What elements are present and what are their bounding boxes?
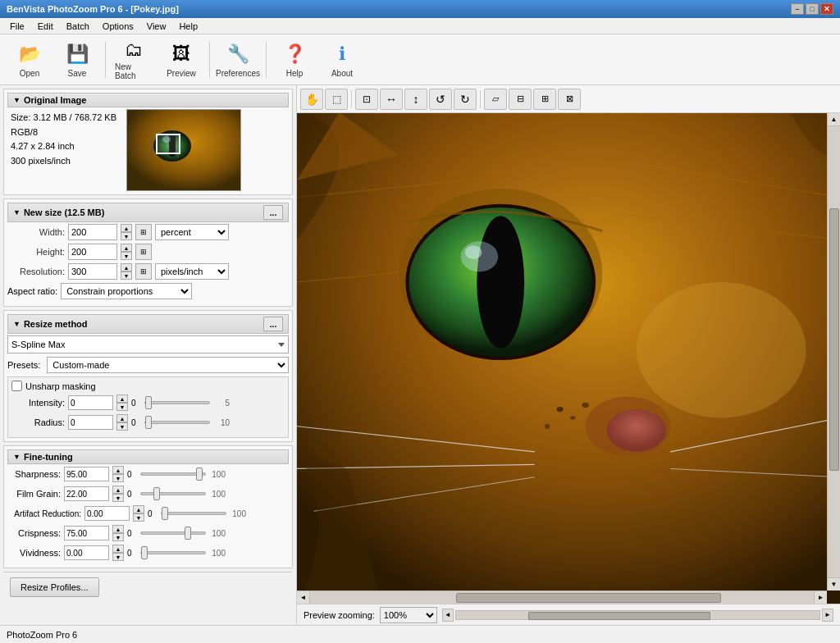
hscroll-thumb[interactable] [456,593,721,603]
width-input[interactable] [68,224,117,240]
resolution-unit-select[interactable]: pixels/inch pixels/cm [155,263,229,280]
radius-slider[interactable] [144,421,210,424]
new-size-options-button[interactable]: ... [263,205,283,220]
vividness-input[interactable] [64,545,109,560]
crispness-slider[interactable] [140,531,206,535]
width-down-button[interactable]: ▼ [121,232,132,240]
intensity-down-button[interactable]: ▼ [116,403,128,411]
unsharp-masking-checkbox[interactable] [11,381,22,391]
sharpness-up-button[interactable]: ▲ [112,466,124,474]
zoom-scroll-thumb[interactable] [528,612,710,620]
zoom-scroll-right-button[interactable]: ► [822,609,833,622]
height-up-button[interactable]: ▲ [121,244,132,252]
aspect-ratio-select[interactable]: Constrain proportions Free Custom [61,283,192,299]
pan-tool-button[interactable]: ✋ [300,89,323,110]
menu-file[interactable]: File [3,20,31,33]
resize-profiles-button[interactable]: Resize Profiles... [10,577,99,597]
resolution-up-button[interactable]: ▲ [121,263,132,271]
menu-edit[interactable]: Edit [31,20,60,33]
intensity-input[interactable] [68,395,113,410]
resize-method-header: ▼ Resize method ... [7,314,289,334]
rotate-l-button[interactable]: ↺ [429,89,452,110]
resize-options-button[interactable]: ... [263,317,283,331]
vscroll-down-button[interactable]: ▼ [828,577,840,591]
resolution-extra-button[interactable]: ⊞ [135,263,152,280]
film-grain-down-button[interactable]: ▼ [112,494,124,502]
maximize-button[interactable]: □ [806,3,819,15]
artifact-up-button[interactable]: ▲ [133,505,144,513]
close-button[interactable]: ✕ [820,3,833,15]
vividness-down-button[interactable]: ▼ [112,553,124,561]
zoom-scrollbar[interactable] [455,610,820,620]
menu-view[interactable]: View [140,20,173,33]
new-batch-button[interactable]: 🗂 New Batch [111,38,157,82]
artifact-slider[interactable] [161,512,226,515]
presets-select[interactable]: Custom-made Default Photo Artwork [47,357,289,373]
height-extra-button[interactable]: ⊞ [135,244,152,260]
film-grain-slider[interactable] [140,492,206,495]
preferences-button[interactable]: 🔧 Preferences [215,38,261,82]
intensity-slider[interactable] [144,401,210,404]
zoom-scroll-left-button[interactable]: ◄ [442,609,454,622]
preview-button[interactable]: 🖼 Preview [158,38,204,82]
menu-options[interactable]: Options [96,20,140,33]
artifact-input[interactable] [84,506,130,521]
move-v-button[interactable]: ↕ [404,89,427,110]
about-button[interactable]: ℹ About [319,38,365,82]
move-h-button[interactable]: ↔ [380,89,403,110]
film-grain-max: 100 [209,490,226,499]
crispness-up-button[interactable]: ▲ [112,525,124,533]
film-grain-up-button[interactable]: ▲ [112,486,124,494]
width-up-button[interactable]: ▲ [121,224,132,232]
resize-method-select[interactable]: S-Spline Max S-Spline Bicubic Lanczos Ne… [7,335,289,353]
width-unit-select[interactable]: percent pixels inch cm [155,224,229,240]
artifact-down-button[interactable]: ▼ [133,513,144,522]
preview-hscrollbar[interactable]: ◄ ► [297,591,827,604]
rotate-r-button[interactable]: ↻ [454,89,477,110]
file-size: Size: 3.12 MB / 768.72 KB [11,111,116,125]
hscroll-right-button[interactable]: ► [814,591,827,604]
save-button[interactable]: 💾 Save [54,38,100,82]
split-v-button[interactable]: ▱ [484,89,507,110]
height-input[interactable] [68,244,117,260]
height-down-button[interactable]: ▼ [121,252,132,260]
zoom-bar: Preview zooming: 100% 50% 200% Fit ◄ ► [297,604,840,625]
svg-point-15 [582,403,589,408]
resize-method-title: Resize method [24,319,88,329]
width-extra-button[interactable]: ⊞ [135,224,152,240]
preview-area[interactable]: ▲ ▼ ◄ ► [297,113,840,604]
select-tool-button[interactable]: ⬚ [325,89,348,110]
open-button[interactable]: 📂 Open [7,38,52,82]
menu-help[interactable]: Help [172,20,204,33]
compare-button[interactable]: ⊞ [533,89,556,110]
crispness-down-button[interactable]: ▼ [112,533,124,541]
vscroll-thumb[interactable] [829,208,839,471]
minimize-button[interactable]: – [791,3,804,15]
radius-input[interactable] [68,415,113,430]
preview-zoom-select[interactable]: 100% 50% 200% Fit [380,607,437,623]
film-grain-input[interactable] [64,486,109,501]
vividness-up-button[interactable]: ▲ [112,545,124,553]
artifact-label: Artifact Reduction: [7,509,81,518]
menu-batch[interactable]: Batch [60,20,96,33]
crispness-input[interactable] [64,526,109,540]
split-h-button[interactable]: ⊟ [509,89,532,110]
vscroll-up-button[interactable]: ▲ [828,113,840,126]
sharpness-input[interactable] [64,467,109,481]
fine-tuning-title: Fine-tuning [24,452,73,462]
crop-button[interactable]: ⊡ [355,89,378,110]
resolution-input[interactable] [68,263,117,280]
resolution-down-button[interactable]: ▼ [121,271,132,280]
radius-up-button[interactable]: ▲ [116,414,128,422]
about-label: About [331,69,353,78]
fit-button[interactable]: ⊠ [558,89,581,110]
vividness-slider[interactable] [140,551,206,554]
radius-down-button[interactable]: ▼ [116,422,128,431]
sharpness-down-button[interactable]: ▼ [112,474,124,482]
hscroll-left-button[interactable]: ◄ [297,591,310,604]
preview-vscrollbar[interactable]: ▲ ▼ [827,113,840,591]
intensity-up-button[interactable]: ▲ [116,394,128,403]
original-image-info: Size: 3.12 MB / 768.72 KB RGB/8 4.27 x 2… [7,109,120,191]
help-button[interactable]: ❓ Help [272,38,317,82]
sharpness-slider[interactable] [140,472,206,476]
